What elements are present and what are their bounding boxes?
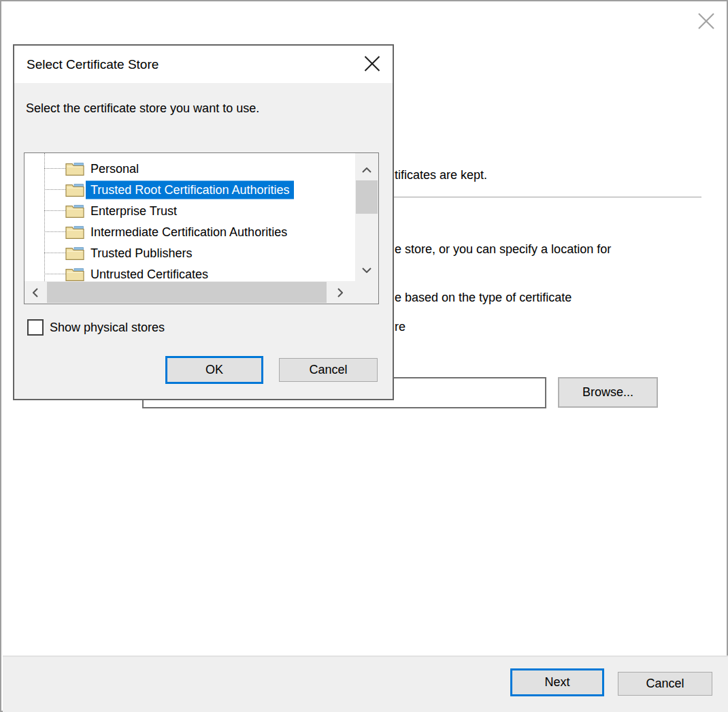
window-close-button[interactable] xyxy=(694,10,718,34)
scroll-right-button[interactable] xyxy=(337,288,343,300)
tree-viewport: Personal Trusted Root Certification Auth… xyxy=(24,153,355,281)
separator-line xyxy=(393,197,701,197)
tree-connector-line xyxy=(44,210,67,211)
folder-icon xyxy=(65,224,84,240)
vertical-scrollbar-thumb[interactable] xyxy=(356,180,378,214)
tree-item-label: Trusted Publishers xyxy=(86,244,197,262)
tree-item-label: Enterprise Trust xyxy=(86,201,182,220)
scroll-down-button[interactable] xyxy=(362,263,371,276)
wizard-window: tificates are kept. e store, or you can … xyxy=(0,0,728,712)
next-button[interactable]: Next xyxy=(510,668,604,696)
tree-connector-line xyxy=(44,253,67,253)
horizontal-scrollbar-thumb[interactable] xyxy=(47,282,327,303)
dialog-instruction: Select the certificate store you want to… xyxy=(26,101,259,116)
tree-item-label: Personal xyxy=(86,159,144,178)
tree-connector-line xyxy=(44,274,67,274)
show-physical-stores-label[interactable]: Show physical stores xyxy=(50,321,165,335)
wizard-text-fragment: tificates are kept. xyxy=(395,168,487,182)
select-certificate-store-dialog: Select Certificate Store Select the cert… xyxy=(13,44,394,400)
certificate-store-tree: Personal Trusted Root Certification Auth… xyxy=(24,152,379,304)
tree-item[interactable]: Enterprise Trust xyxy=(24,200,355,221)
wizard-text-fragment: e store, or you can specify a location f… xyxy=(395,242,611,256)
ok-button[interactable]: OK xyxy=(165,356,263,384)
tree-item[interactable]: Trusted Root Certification Authorities xyxy=(24,179,355,200)
dialog-title: Select Certificate Store xyxy=(27,46,159,83)
folder-icon xyxy=(65,161,84,176)
folder-icon xyxy=(65,266,84,281)
scroll-up-button[interactable] xyxy=(362,163,371,176)
wizard-text-fragment: re xyxy=(395,320,406,334)
tree-item-label: Trusted Root Certification Authorities xyxy=(86,180,294,199)
close-icon xyxy=(364,55,380,74)
tree-item[interactable]: Personal xyxy=(24,158,355,179)
horizontal-scrollbar[interactable] xyxy=(24,281,355,304)
tree-connector-line xyxy=(44,231,67,232)
tree-item-label: Untrusted Certificates xyxy=(86,265,213,281)
wizard-text-fragment: e based on the type of certificate xyxy=(395,291,572,304)
tree-item[interactable]: Intermediate Certification Authorities xyxy=(24,221,355,242)
folder-icon xyxy=(65,182,84,197)
vertical-scrollbar[interactable] xyxy=(355,153,378,304)
dialog-close-button[interactable] xyxy=(361,54,383,76)
tree-item[interactable]: Trusted Publishers xyxy=(24,242,355,263)
close-icon xyxy=(697,12,716,33)
dialog-titlebar: Select Certificate Store xyxy=(14,46,393,83)
scroll-left-button[interactable] xyxy=(33,288,38,300)
tree-item-label: Intermediate Certification Authorities xyxy=(86,223,292,241)
folder-icon xyxy=(65,203,84,219)
tree-connector-line xyxy=(44,168,67,169)
folder-icon xyxy=(65,245,84,261)
tree-item[interactable]: Untrusted Certificates xyxy=(24,263,355,281)
tree-connector-line xyxy=(44,189,67,190)
show-physical-stores-checkbox[interactable] xyxy=(27,319,44,336)
dialog-cancel-button[interactable]: Cancel xyxy=(279,358,378,382)
wizard-cancel-button[interactable]: Cancel xyxy=(618,672,712,696)
browse-button[interactable]: Browse... xyxy=(558,377,658,408)
